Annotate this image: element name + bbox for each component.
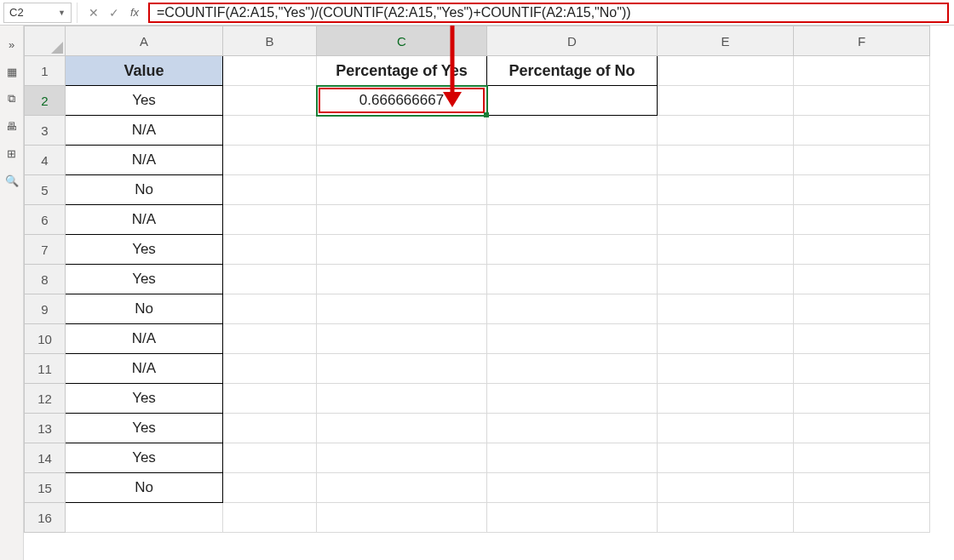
panel-icon[interactable]: ▦ [3, 63, 20, 80]
cell-F10[interactable] [794, 324, 930, 354]
cell-D2[interactable] [487, 86, 658, 116]
cell-D12[interactable] [487, 384, 658, 414]
cell-B16[interactable] [223, 503, 317, 533]
cell-C3[interactable] [317, 116, 487, 146]
cell-D11[interactable] [487, 354, 658, 384]
cell-D10[interactable] [487, 324, 658, 354]
cell-A16[interactable] [66, 503, 223, 533]
cell-E7[interactable] [658, 235, 794, 265]
cell-A2[interactable]: Yes [66, 86, 223, 116]
cell-C10[interactable] [317, 324, 487, 354]
cell-F11[interactable] [794, 354, 930, 384]
cell-B14[interactable] [223, 443, 317, 473]
cell-A1[interactable]: Value [66, 56, 223, 86]
cell-F5[interactable] [794, 175, 930, 205]
cell-D13[interactable] [487, 414, 658, 443]
cell-D15[interactable] [487, 473, 658, 503]
cell-E2[interactable] [658, 86, 794, 116]
row-header-10[interactable]: 10 [25, 324, 66, 354]
cell-A8[interactable]: Yes [66, 265, 223, 294]
cell-C15[interactable] [317, 473, 487, 503]
cell-B5[interactable] [223, 175, 317, 205]
cell-B3[interactable] [223, 116, 317, 146]
cell-E4[interactable] [658, 146, 794, 175]
cell-C13[interactable] [317, 414, 487, 443]
cell-F4[interactable] [794, 146, 930, 175]
cell-F12[interactable] [794, 384, 930, 414]
cell-F2[interactable] [794, 86, 930, 116]
cell-A6[interactable]: N/A [66, 205, 223, 235]
cell-A5[interactable]: No [66, 175, 223, 205]
row-header-13[interactable]: 13 [25, 414, 66, 443]
spreadsheet-grid[interactable]: ABCDEF1ValuePercentage of YesPercentage … [24, 26, 954, 560]
cell-E9[interactable] [658, 294, 794, 324]
row-header-2[interactable]: 2 [25, 86, 66, 116]
cell-E15[interactable] [658, 473, 794, 503]
cell-E13[interactable] [658, 414, 794, 443]
cell-A10[interactable]: N/A [66, 324, 223, 354]
column-header-F[interactable]: F [794, 26, 930, 56]
cell-B15[interactable] [223, 473, 317, 503]
cell-B13[interactable] [223, 414, 317, 443]
cell-F15[interactable] [794, 473, 930, 503]
row-header-8[interactable]: 8 [25, 265, 66, 294]
find-icon[interactable]: 🔍 [3, 172, 20, 189]
cell-D8[interactable] [487, 265, 658, 294]
row-header-1[interactable]: 1 [25, 56, 66, 86]
cell-D14[interactable] [487, 443, 658, 473]
cell-D5[interactable] [487, 175, 658, 205]
cell-F8[interactable] [794, 265, 930, 294]
cell-D3[interactable] [487, 116, 658, 146]
cell-C14[interactable] [317, 443, 487, 473]
cell-A9[interactable]: No [66, 294, 223, 324]
cell-A15[interactable]: No [66, 473, 223, 503]
panel-icon[interactable]: ⧉ [3, 90, 20, 107]
cell-A4[interactable]: N/A [66, 146, 223, 175]
panel-icon[interactable]: 🖶 [3, 117, 20, 134]
cell-C1[interactable]: Percentage of Yes [317, 56, 487, 86]
cell-E16[interactable] [658, 503, 794, 533]
row-header-4[interactable]: 4 [25, 146, 66, 175]
cell-B9[interactable] [223, 294, 317, 324]
cell-C2[interactable]: 0.666666667 [317, 86, 487, 116]
cell-E12[interactable] [658, 384, 794, 414]
cell-B6[interactable] [223, 205, 317, 235]
expand-panel-icon[interactable]: » [3, 36, 20, 53]
cell-F1[interactable] [794, 56, 930, 86]
cell-C6[interactable] [317, 205, 487, 235]
row-header-11[interactable]: 11 [25, 354, 66, 384]
row-header-16[interactable]: 16 [25, 503, 66, 533]
cell-B4[interactable] [223, 146, 317, 175]
cell-A3[interactable]: N/A [66, 116, 223, 146]
cell-C12[interactable] [317, 384, 487, 414]
cell-B8[interactable] [223, 265, 317, 294]
select-all-corner[interactable] [25, 26, 66, 56]
cell-C8[interactable] [317, 265, 487, 294]
cell-A7[interactable]: Yes [66, 235, 223, 265]
row-header-14[interactable]: 14 [25, 443, 66, 473]
cell-F16[interactable] [794, 503, 930, 533]
cell-D9[interactable] [487, 294, 658, 324]
cell-C9[interactable] [317, 294, 487, 324]
cell-A13[interactable]: Yes [66, 414, 223, 443]
cell-E10[interactable] [658, 324, 794, 354]
cell-B7[interactable] [223, 235, 317, 265]
row-header-5[interactable]: 5 [25, 175, 66, 205]
formula-input[interactable]: =COUNTIF(A2:A15,"Yes")/(COUNTIF(A2:A15,"… [148, 3, 949, 23]
cell-E8[interactable] [658, 265, 794, 294]
formula-cancel-button[interactable]: ✕ [83, 3, 104, 23]
cell-F6[interactable] [794, 205, 930, 235]
cell-F7[interactable] [794, 235, 930, 265]
cell-B11[interactable] [223, 354, 317, 384]
cell-F3[interactable] [794, 116, 930, 146]
cell-E3[interactable] [658, 116, 794, 146]
cell-D16[interactable] [487, 503, 658, 533]
insert-function-button[interactable]: fx [124, 3, 145, 23]
cell-D4[interactable] [487, 146, 658, 175]
cell-D7[interactable] [487, 235, 658, 265]
row-header-15[interactable]: 15 [25, 473, 66, 503]
row-header-12[interactable]: 12 [25, 384, 66, 414]
column-header-A[interactable]: A [66, 26, 223, 56]
cell-C16[interactable] [317, 503, 487, 533]
column-header-D[interactable]: D [487, 26, 658, 56]
